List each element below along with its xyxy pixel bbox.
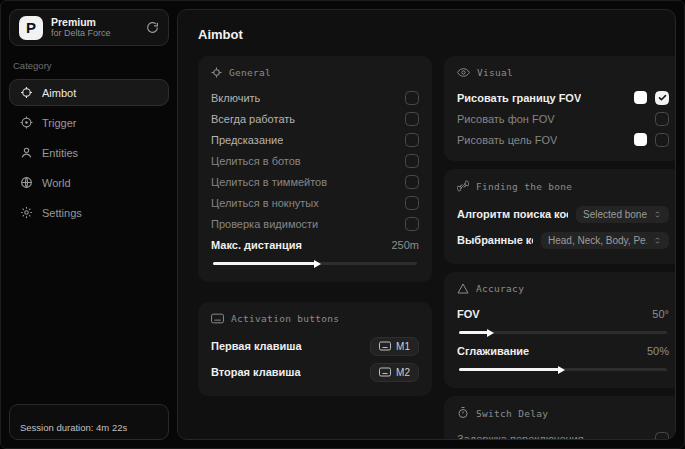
eye-icon: [457, 67, 470, 78]
max-distance-slider[interactable]: [213, 262, 417, 265]
stopwatch-icon: [457, 407, 469, 419]
checkbox-switch-delay[interactable]: [655, 432, 669, 441]
checkbox-aim-bots[interactable]: [405, 154, 419, 168]
option-label: Рисовать цель FOV: [457, 134, 557, 146]
checkbox-aim-knocked[interactable]: [405, 196, 419, 210]
category-label: Category: [13, 60, 165, 71]
card-title: General: [229, 67, 271, 78]
brand-subtitle: for Delta Force: [51, 28, 138, 38]
card-title: Finding the bone: [476, 181, 572, 192]
slider-label: FOV: [457, 308, 480, 320]
option-label: Включить: [211, 92, 260, 104]
option-label: Целиться в тиммейтов: [211, 176, 327, 188]
first-key-button[interactable]: M1: [370, 337, 419, 356]
option-label: Целиться в ботов: [211, 155, 301, 167]
main-panel: Aimbot General Включить Всегда рабо: [177, 9, 676, 440]
checkbox-draw-fov-background[interactable]: [655, 112, 669, 126]
option-label: Целиться в нокнутых: [211, 197, 319, 209]
checkbox-prediction[interactable]: [405, 133, 419, 147]
option-label: Алгоритм поиска костей: [457, 208, 568, 220]
checkbox-draw-fov-target[interactable]: [655, 133, 669, 147]
page-title: Aimbot: [198, 27, 665, 42]
card-title: Visual: [477, 67, 513, 78]
fov-slider[interactable]: [459, 331, 667, 334]
slider-value: 50°: [652, 308, 669, 320]
bone-icon: [457, 180, 469, 192]
crosshair-icon: [211, 67, 222, 78]
card-title: Accuracy: [476, 283, 524, 294]
checkbox-draw-fov-border[interactable]: [655, 91, 669, 105]
sidebar: P Premium for Delta Force Category Aimbo…: [1, 1, 177, 448]
option-label: Выбранные кости: [457, 234, 533, 246]
slider-label: Макс. дистанция: [211, 239, 302, 251]
card-visual: Visual Рисовать границу FOV Рисовать фон…: [444, 56, 676, 161]
option-label: Рисовать границу FOV: [457, 92, 581, 104]
keyboard-icon: [379, 367, 391, 377]
sidebar-item-trigger[interactable]: Trigger: [9, 109, 169, 136]
sidebar-item-label: Entities: [42, 147, 78, 159]
sidebar-item-label: Trigger: [42, 117, 76, 129]
gear-icon: [20, 206, 33, 219]
option-label: Первая клавиша: [211, 340, 302, 352]
sidebar-item-settings[interactable]: Settings: [9, 199, 169, 226]
session-duration: Session duration: 4m 22s: [9, 404, 169, 440]
triangle-icon: [457, 283, 469, 294]
option-label: Всегда работать: [211, 113, 295, 125]
sidebar-item-label: World: [42, 177, 71, 189]
option-label: Рисовать фон FOV: [457, 113, 555, 125]
sidebar-item-entities[interactable]: Entities: [9, 139, 169, 166]
slider-value: 50%: [647, 345, 669, 357]
slider-label: Сглаживание: [457, 345, 529, 357]
smoothing-slider[interactable]: [459, 368, 667, 371]
sidebar-item-world[interactable]: World: [9, 169, 169, 196]
app-window: P Premium for Delta Force Category Aimbo…: [0, 0, 685, 449]
crosshair-icon: [20, 86, 33, 99]
sidebar-item-label: Aimbot: [42, 87, 76, 99]
card-accuracy: Accuracy FOV 50° Сглаживание 50%: [444, 272, 676, 388]
option-label: Задержка переключения: [457, 433, 584, 441]
option-label: Проверка видимости: [211, 218, 318, 230]
checkbox-always-work[interactable]: [405, 112, 419, 126]
card-general: General Включить Всегда работать Предска…: [198, 56, 432, 282]
second-key-button[interactable]: M2: [370, 363, 419, 382]
option-label: Вторая клавиша: [211, 366, 301, 378]
entities-icon: [20, 146, 33, 159]
selected-bones-select[interactable]: Head, Neck, Body, Pe..: [541, 232, 669, 249]
card-finding-bone: Finding the bone Алгоритм поиска костей …: [444, 169, 676, 264]
brand-title: Premium: [51, 16, 138, 28]
refresh-icon[interactable]: [146, 21, 159, 34]
color-swatch[interactable]: [634, 91, 647, 104]
card-switch-delay: Switch Delay Задержка переключения Задер…: [444, 396, 676, 440]
keyboard-icon: [379, 341, 391, 351]
sidebar-item-label: Settings: [42, 207, 82, 219]
option-label: Предсказание: [211, 134, 283, 146]
color-swatch[interactable]: [634, 133, 647, 146]
checkbox-aim-teammates[interactable]: [405, 175, 419, 189]
card-activation-buttons: Activation buttons Первая клавиша M1 Вто…: [198, 302, 432, 396]
brand-card: P Premium for Delta Force: [9, 9, 169, 46]
trigger-icon: [20, 116, 33, 129]
card-title: Activation buttons: [231, 313, 339, 324]
sidebar-item-aimbot[interactable]: Aimbot: [9, 79, 169, 106]
card-title: Switch Delay: [476, 408, 548, 419]
keyboard-icon: [211, 313, 224, 324]
checkbox-visibility-check[interactable]: [405, 217, 419, 231]
expand-icon: [653, 210, 662, 219]
checkbox-enable[interactable]: [405, 91, 419, 105]
expand-icon: [653, 236, 662, 245]
world-icon: [20, 176, 33, 189]
bone-algorithm-select[interactable]: Selected bone: [576, 206, 669, 223]
brand-logo: P: [19, 16, 43, 40]
slider-value: 250m: [391, 239, 419, 251]
